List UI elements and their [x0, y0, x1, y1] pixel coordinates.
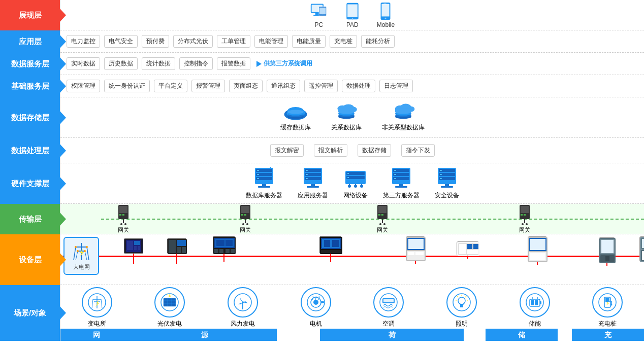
row-xianxian: PC PAD [60, 0, 644, 30]
svg-rect-225 [605, 298, 609, 302]
gateway-4-icon [518, 205, 532, 226]
mobile-icon [378, 2, 393, 20]
svg-point-9 [351, 18, 353, 19]
svg-rect-131 [134, 246, 137, 250]
tag-dianli: 电力监控 [67, 35, 100, 48]
svg-rect-146 [231, 249, 235, 253]
svg-rect-177 [642, 239, 644, 248]
scene-bottom-bars: 网 源 荷 储 充 [60, 329, 644, 341]
server-database-label: 数据库服务器 [246, 191, 282, 200]
device-4-vert-line [330, 254, 331, 262]
svg-point-208 [458, 297, 465, 304]
tag-baowenjx: 报文解析 [314, 144, 347, 157]
svg-rect-76 [394, 178, 396, 179]
device-2-icon [168, 239, 187, 254]
gateway-3-icon [375, 205, 390, 226]
gateway-3-label: 网关 [377, 226, 388, 234]
svg-rect-105 [381, 214, 383, 216]
server-third: 第三方服务器 [383, 167, 420, 200]
pc-label: PC [314, 21, 323, 28]
tag-shenfen: 统一身份认证 [104, 80, 150, 92]
svg-rect-75 [394, 174, 396, 175]
tag-dianneng: 电能管理 [254, 35, 288, 48]
scene-kongtiao: 空调 [373, 287, 404, 328]
svg-point-108 [383, 223, 385, 225]
svg-rect-142 [226, 240, 233, 246]
server-security-icon [436, 167, 458, 189]
scene-kongtiao-label: 空调 [382, 320, 395, 328]
svg-line-185 [101, 299, 102, 308]
shuju-fuwu-text: 数据服务层 [11, 59, 49, 69]
svg-rect-47 [258, 186, 270, 188]
scene-fengli-label: 风力发电 [231, 320, 255, 328]
server-network: 网络设备 [343, 167, 368, 200]
device-6 [457, 241, 479, 259]
svg-rect-136 [177, 247, 181, 253]
svg-line-184 [92, 299, 93, 308]
third-party-arrow-container: 供第三方系统调用 [256, 59, 312, 68]
red-horizontal-line [60, 256, 644, 257]
svg-rect-61 [346, 176, 365, 179]
svg-rect-163 [473, 244, 478, 249]
bar-he: 荷 [320, 329, 464, 341]
svg-point-22 [287, 110, 304, 114]
svg-rect-43 [257, 170, 259, 171]
svg-rect-130 [134, 241, 140, 245]
server-app-label: 应用服务器 [298, 191, 328, 200]
scene-kongtiao-circle [373, 287, 404, 318]
yingyong-content: 电力监控 电气安全 预付费 分布式光伏 工单管理 电能管理 电能质量 充电桩 能… [60, 30, 644, 52]
scene-circles-row: 变电所 [60, 285, 644, 328]
svg-rect-77 [399, 184, 403, 186]
scene-zhaoming: 照明 [446, 287, 477, 328]
svg-rect-141 [216, 240, 224, 246]
svg-rect-58 [307, 186, 319, 188]
cloud-relational-label: 关系数据库 [331, 123, 362, 132]
svg-marker-186 [95, 300, 100, 307]
tag-yufei: 预付费 [142, 35, 169, 48]
label-changjing: 场景/对象 [0, 285, 60, 341]
svg-rect-220 [535, 300, 538, 305]
label-xianxian: 展现层 [0, 0, 60, 30]
svg-rect-13 [384, 3, 387, 3]
row-yingyong: 电力监控 电气安全 预付费 分布式光伏 工单管理 电能管理 电能质量 充电桩 能… [60, 30, 644, 53]
tag-yemian: 页面组态 [229, 80, 263, 92]
label-shuju-fuwu: 数据服务层 [0, 53, 60, 75]
device-8-icon [599, 238, 616, 263]
svg-point-193 [169, 295, 171, 297]
svg-rect-5 [319, 7, 326, 14]
content-area: PC PAD [60, 0, 644, 341]
tag-baojing: 报警数据 [217, 57, 250, 70]
jichu-text: 基础服务层 [11, 82, 49, 91]
tag-nenghe: 能耗分析 [361, 35, 395, 48]
svg-rect-74 [394, 170, 396, 171]
label-cunchu: 数据存储层 [0, 97, 60, 138]
svg-line-195 [172, 294, 172, 295]
chuli-arrow [59, 144, 66, 158]
yingji-arrow [59, 177, 66, 191]
tag-fenbushi: 分布式光伏 [173, 35, 213, 48]
tag-zhilingxf: 指令下发 [401, 144, 435, 157]
tag-baojinggl: 报警管理 [191, 80, 225, 92]
yingji-content: 数据库服务器 应用服务器 [60, 164, 644, 203]
power-grid-label: 大电网 [73, 263, 90, 271]
dianji-icon [307, 293, 325, 311]
svg-rect-172 [601, 240, 614, 253]
row-shuju-fuwu: 实时数据 历史数据 统计数据 控制指令 报警数据 供第三方系统调用 [60, 53, 644, 75]
row-chuli: 报文解密 报文解析 数据存储 指令下发 [60, 138, 644, 163]
svg-rect-145 [226, 249, 230, 253]
row-yingji: 数据库服务器 应用服务器 [60, 163, 644, 204]
svg-rect-134 [169, 240, 176, 253]
device-9-img [639, 236, 644, 262]
label-yingyong: 应用层 [0, 30, 60, 53]
gateway-1-label: 网关 [118, 226, 129, 234]
svg-rect-203 [321, 301, 324, 303]
device-5-icon [406, 237, 426, 261]
device-3-img [213, 236, 235, 254]
gateway-3: 网关 [375, 205, 390, 234]
device-pc: PC [310, 2, 328, 28]
svg-rect-44 [257, 174, 259, 175]
scene-guangfu: 光伏发电 [154, 287, 185, 328]
server-third-icon [390, 167, 412, 189]
changjing-content: 变电所 [60, 285, 644, 341]
svg-rect-164 [467, 250, 478, 254]
